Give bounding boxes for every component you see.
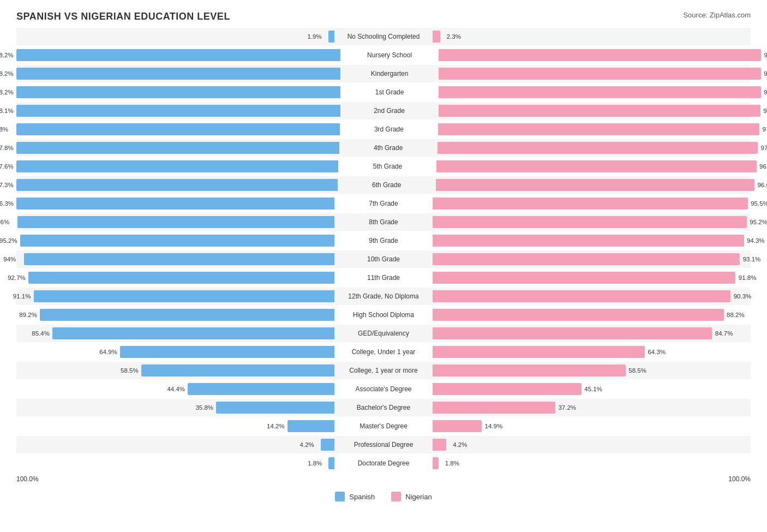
bar-blue: 98.2% bbox=[16, 86, 340, 98]
right-value: 96.9% bbox=[759, 163, 767, 170]
left-value: 97.3% bbox=[0, 182, 14, 188]
left-value: 4.2% bbox=[300, 441, 314, 448]
table-row: 95.2% 9th Grade 94.3% bbox=[16, 232, 751, 249]
bar-pink: 91.8% bbox=[433, 272, 735, 284]
left-section: 97.6% bbox=[16, 158, 338, 175]
bar-pink: 84.7% bbox=[433, 327, 712, 339]
table-row: 98.2% 1st Grade 97.6% bbox=[16, 83, 751, 101]
bar-pink: 90.3% bbox=[433, 290, 730, 302]
bar-pink: 4.2% bbox=[433, 439, 446, 451]
bar-label: 6th Grade bbox=[338, 181, 436, 189]
right-section: 90.3% bbox=[433, 288, 751, 305]
right-section: 58.5% bbox=[433, 362, 751, 379]
bar-pink: 97.7% bbox=[439, 49, 761, 61]
right-value: 37.2% bbox=[558, 404, 576, 411]
right-section: 97.6% bbox=[439, 102, 760, 119]
right-section: 95.2% bbox=[433, 213, 751, 231]
right-section: 14.9% bbox=[433, 417, 751, 435]
left-section: 35.8% bbox=[16, 399, 334, 416]
right-value: 93.1% bbox=[743, 256, 761, 262]
left-section: 4.2% bbox=[16, 436, 334, 453]
bar-blue: 97.6% bbox=[16, 160, 338, 172]
left-section: 98.2% bbox=[16, 83, 340, 101]
left-value: 96.3% bbox=[0, 200, 14, 207]
bar-blue: 91.1% bbox=[34, 290, 334, 302]
right-value: 4.2% bbox=[453, 441, 467, 448]
bar-pink: 2.3% bbox=[433, 31, 440, 43]
right-value: 45.1% bbox=[584, 386, 602, 392]
right-section: 64.3% bbox=[433, 343, 751, 361]
bar-blue: 98.2% bbox=[16, 68, 340, 80]
bar-label: High School Diploma bbox=[334, 311, 433, 319]
bar-pink: 64.3% bbox=[433, 346, 645, 358]
table-row: 14.2% Master's Degree 14.9% bbox=[16, 417, 751, 435]
right-value: 64.3% bbox=[648, 349, 666, 355]
axis-right: 100.0% bbox=[728, 475, 751, 483]
bar-label: Associate's Degree bbox=[334, 385, 433, 393]
bar-pink: 58.5% bbox=[433, 364, 626, 376]
left-section: 14.2% bbox=[16, 417, 334, 435]
bar-label: Kindergarten bbox=[340, 70, 439, 77]
bar-blue: 97.3% bbox=[16, 179, 338, 191]
axis-labels: 100.0% 100.0% bbox=[16, 475, 751, 483]
nigerian-color-box bbox=[391, 492, 401, 501]
left-value: 58.5% bbox=[121, 367, 139, 374]
table-row: 98.2% Nursery School 97.7% bbox=[16, 46, 751, 64]
left-value: 97.6% bbox=[0, 163, 14, 170]
bar-label: 8th Grade bbox=[334, 218, 433, 226]
left-section: 64.9% bbox=[16, 343, 334, 361]
bar-pink: 97.4% bbox=[438, 123, 759, 135]
left-section: 91.1% bbox=[16, 288, 334, 305]
table-row: 98.2% Kindergarten 97.6% bbox=[16, 65, 751, 82]
table-row: 98.1% 2nd Grade 97.6% bbox=[16, 102, 751, 119]
bar-label: 9th Grade bbox=[334, 237, 433, 244]
table-row: 92.7% 11th Grade 91.8% bbox=[16, 269, 751, 286]
bar-pink: 95.5% bbox=[433, 198, 748, 210]
table-row: 1.9% No Schooling Completed 2.3% bbox=[16, 28, 751, 45]
right-section: 95.5% bbox=[433, 195, 751, 212]
table-row: 96.3% 7th Grade 95.5% bbox=[16, 195, 751, 212]
bar-pink: 97.1% bbox=[438, 142, 758, 154]
bar-blue: 1.9% bbox=[328, 31, 334, 43]
right-value: 97.7% bbox=[764, 52, 767, 58]
table-row: 96% 8th Grade 95.2% bbox=[16, 213, 751, 231]
right-value: 1.8% bbox=[445, 460, 459, 467]
bar-blue: 98.2% bbox=[16, 49, 340, 61]
bar-pink: 97.6% bbox=[439, 105, 760, 117]
chart-container: SPANISH VS NIGERIAN EDUCATION LEVEL Sour… bbox=[0, 0, 767, 532]
bar-pink: 45.1% bbox=[433, 383, 582, 395]
bar-label: Doctorate Degree bbox=[334, 459, 433, 467]
table-row: 97.6% 5th Grade 96.9% bbox=[16, 158, 751, 175]
right-section: 97.6% bbox=[439, 83, 760, 101]
right-value: 97.4% bbox=[763, 126, 767, 133]
left-value: 92.7% bbox=[8, 274, 26, 281]
bar-pink: 94.3% bbox=[433, 235, 744, 247]
right-section: 1.8% bbox=[433, 455, 751, 472]
table-row: 94% 10th Grade 93.1% bbox=[16, 250, 751, 268]
spanish-color-box bbox=[335, 492, 345, 501]
table-row: 85.4% GED/Equivalency 84.7% bbox=[16, 325, 751, 342]
table-row: 44.4% Associate's Degree 45.1% bbox=[16, 380, 751, 398]
right-section: 93.1% bbox=[433, 250, 751, 268]
bar-pink: 14.9% bbox=[433, 420, 482, 432]
bar-label: 10th Grade bbox=[334, 255, 433, 263]
right-value: 90.3% bbox=[734, 293, 752, 300]
right-section: 37.2% bbox=[433, 399, 751, 416]
bar-pink: 1.8% bbox=[433, 457, 439, 469]
left-section: 1.8% bbox=[16, 455, 334, 472]
bar-label: Master's Degree bbox=[334, 422, 433, 430]
bar-label: Nursery School bbox=[340, 51, 439, 59]
bar-pink: 88.2% bbox=[433, 309, 724, 321]
table-row: 97.3% 6th Grade 96.6% bbox=[16, 176, 751, 194]
bars-area: 1.9% No Schooling Completed 2.3% 98.2% N… bbox=[16, 28, 751, 472]
table-row: 91.1% 12th Grade, No Diploma 90.3% bbox=[16, 288, 751, 305]
table-row: 4.2% Professional Degree 4.2% bbox=[16, 436, 751, 453]
bar-pink: 97.6% bbox=[439, 86, 760, 98]
bar-label: 11th Grade bbox=[334, 274, 433, 282]
left-value: 96% bbox=[0, 219, 9, 225]
left-section: 97.3% bbox=[16, 176, 338, 194]
bar-pink: 95.2% bbox=[433, 216, 747, 228]
table-row: 64.9% College, Under 1 year 64.3% bbox=[16, 343, 751, 361]
bar-label: No Schooling Completed bbox=[334, 33, 433, 40]
left-value: 44.4% bbox=[167, 386, 185, 392]
